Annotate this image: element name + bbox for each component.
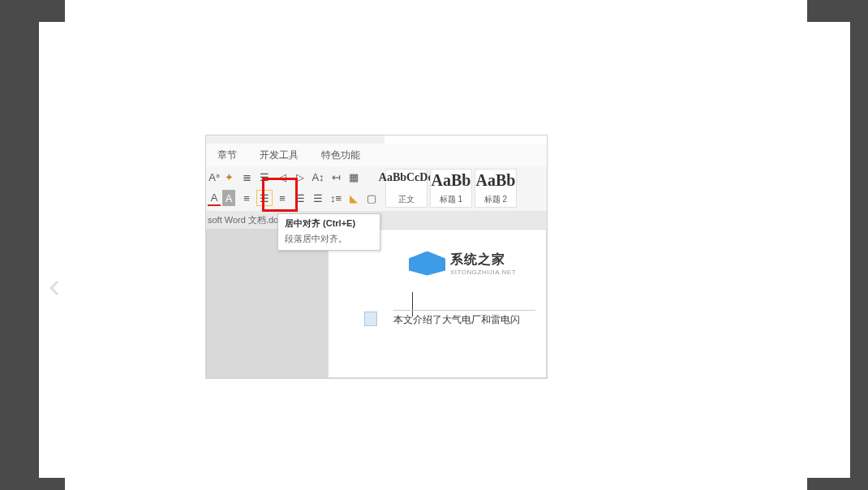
style-preview-text: AaBb — [432, 171, 471, 190]
highlight-icon[interactable]: A — [222, 190, 235, 206]
watermark-logo: 系统之家 XITONGZHIJIA.NET — [409, 249, 539, 277]
style-preview-text: AaBb — [476, 171, 516, 190]
logo-subtext: XITONGZHIJIA.NET — [450, 269, 516, 276]
watermark-text: jingyan.baidu.com — [670, 441, 801, 458]
red-highlight-box — [262, 178, 298, 212]
align-distribute-icon[interactable]: ☰ — [310, 190, 326, 206]
clear-format-icon[interactable]: ↤ — [328, 169, 344, 185]
borders-icon[interactable]: ▢ — [363, 190, 380, 206]
font-case-icon[interactable]: Aᵃ — [208, 169, 221, 185]
document-tab[interactable]: soft Word 文档.do — [208, 214, 278, 226]
style-label: 标题 2 — [484, 194, 507, 205]
style-label: 正文 — [398, 194, 415, 205]
style-preview-text: AaBbCcDd — [379, 171, 434, 184]
tooltip-description: 段落居中对齐。 — [285, 233, 373, 245]
line-spacing-icon[interactable]: ↕≡ — [328, 190, 344, 206]
style-gallery: AaBbCcDd 正文 AaBb 标题 1 AaBb 标题 2 — [381, 166, 517, 211]
baidu-fox-icon — [696, 376, 728, 401]
tab-sections[interactable]: 章节 — [206, 148, 248, 162]
style-label: 标题 1 — [440, 194, 462, 205]
document-body-text[interactable]: 本文介绍了大气电厂和雷电闪 — [393, 310, 535, 327]
align-left-icon[interactable]: ≡ — [238, 190, 255, 206]
prev-arrow-icon[interactable] — [45, 278, 65, 298]
bullet-list-icon[interactable]: ≣ — [238, 169, 255, 185]
tooltip-title: 居中对齐 (Ctrl+E) — [285, 217, 373, 230]
style-normal[interactable]: AaBbCcDd 正文 — [385, 169, 428, 208]
style-heading1[interactable]: AaBb 标题 1 — [430, 169, 472, 208]
font-color-icon[interactable]: A — [208, 190, 221, 206]
ribbon-toolbar: Aᵃ ✦ A A ≣ ☰ ◁ ▷ A↕ ↤ ▦ — [206, 166, 547, 211]
logo-house-icon — [409, 251, 445, 276]
logo-text: 系统之家 — [450, 251, 516, 269]
tab-special[interactable]: 特色功能 — [310, 148, 372, 162]
document-content-row: 本文介绍了大气电厂和雷电闪 — [364, 310, 535, 327]
lightbox-container: 章节 开发工具 特色功能 Aᵃ ✦ A A ≣ ☰ ◁ ▷ — [39, 22, 850, 478]
page-icon[interactable] — [364, 312, 377, 326]
shading-icon[interactable]: ◣ — [346, 190, 362, 206]
font-effects-icon[interactable]: ✦ — [222, 169, 235, 185]
document-margin-area — [206, 229, 328, 378]
ribbon-tabs: 章节 开发工具 特色功能 — [206, 144, 547, 166]
format-text-icon[interactable]: A↕ — [310, 169, 326, 185]
table-icon[interactable]: ▦ — [346, 169, 362, 185]
tooltip-center-align: 居中对齐 (Ctrl+E) 段落居中对齐。 — [277, 213, 380, 251]
word-app-screenshot: 章节 开发工具 特色功能 Aᵃ ✦ A A ≣ ☰ ◁ ▷ — [205, 135, 548, 379]
tab-developer[interactable]: 开发工具 — [248, 148, 310, 162]
style-heading2[interactable]: AaBb 标题 2 — [475, 169, 517, 208]
